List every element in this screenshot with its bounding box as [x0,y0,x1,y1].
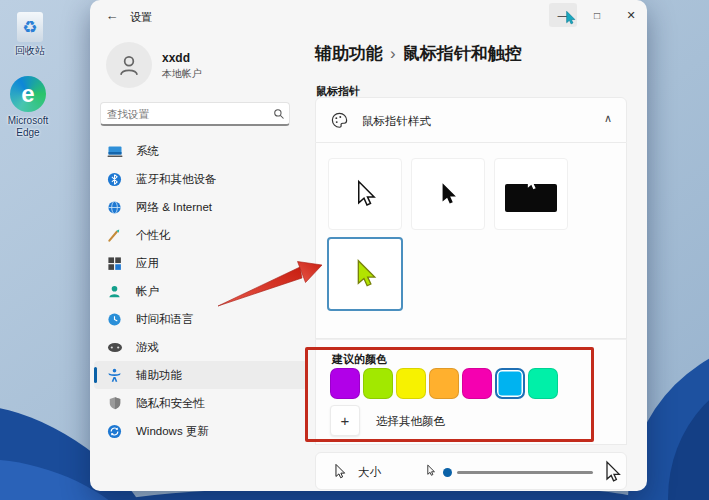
recycle-bin-icon: ♻ [17,12,43,42]
bluetooth-icon [106,171,123,188]
window-title: 设置 [130,10,152,25]
size-slider-thumb[interactable] [443,468,452,477]
user-name: xxdd [162,51,190,65]
network-icon [106,199,123,216]
chevron-up-icon[interactable]: ∧ [604,112,612,125]
page-title: 鼠标指针和触控 [403,44,522,63]
green-cursor-icon [349,258,381,290]
pointer-style-icon [330,111,349,130]
sidebar-item-label: 游戏 [136,340,159,355]
sidebar-item-label: 网络 & Internet [136,200,212,215]
sidebar-item-label: 时间和语言 [136,312,194,327]
breadcrumb: 辅助功能›鼠标指针和触控 [315,42,522,65]
sidebar-item-privacy[interactable]: 隐私和安全性 [94,389,308,417]
pointer-size-card: 大小 [315,452,627,490]
system-icon [106,143,123,160]
sidebar-item-label: 系统 [136,144,159,159]
sidebar-item-label: 辅助功能 [136,368,182,383]
small-cursor-icon [424,464,437,477]
sidebar-item-update[interactable]: Windows 更新 [94,417,308,445]
annotation-red-box [305,347,594,442]
privacy-icon [106,395,123,412]
desktop: ♻ 回收站 e Microsoft Edge ← 设置 — □ ✕ xxdd 本… [0,0,709,500]
update-icon [106,423,123,440]
annotation-red-arrow [216,256,328,310]
sidebar-item-bluetooth[interactable]: 蓝牙和其他设备 [94,165,308,193]
sidebar-item-label: 蓝牙和其他设备 [136,172,217,187]
close-button[interactable]: ✕ [617,3,645,27]
inverted-cursor-icon [505,184,557,212]
edge-icon: e [10,76,46,112]
titlebar: ← 设置 — □ ✕ [90,0,647,34]
pointer-option-white[interactable] [328,158,402,230]
apps-icon [106,255,123,272]
sidebar-item-label: 隐私和安全性 [136,396,205,411]
sidebar-item-label: 帐户 [136,284,159,299]
accounts-icon [106,283,123,300]
accessibility-icon [106,367,123,384]
desktop-icon-microsoft-edge[interactable]: e Microsoft Edge [0,76,63,138]
search-icon [269,108,289,120]
desktop-icon-label: Microsoft Edge [0,115,57,138]
sidebar-item-accessibility[interactable]: 辅助功能 [94,361,308,389]
desktop-icon-recycle-bin[interactable]: ♻ 回收站 [0,12,65,57]
sidebar-item-label: Windows 更新 [136,424,209,439]
person-icon [116,52,142,78]
sidebar-item-label: 个性化 [136,228,171,243]
pointer-style-card[interactable]: 鼠标指针样式 ∧ [315,97,627,143]
sidebar-item-network[interactable]: 网络 & Internet [94,193,308,221]
maximize-button[interactable]: □ [583,3,611,27]
desktop-icon-label: 回收站 [0,45,65,57]
pointer-style-options [315,143,627,339]
breadcrumb-parent[interactable]: 辅助功能 [315,44,383,63]
mouse-cursor-icon [562,10,578,26]
sidebar-item-label: 应用 [136,256,159,271]
pointer-option-inverted[interactable] [494,158,568,230]
avatar[interactable] [106,42,152,88]
time-icon [106,311,123,328]
breadcrumb-separator: › [383,44,403,63]
size-slider-track[interactable] [457,471,593,474]
sidebar-item-system[interactable]: 系统 [94,137,308,165]
cursor-icon [331,463,348,480]
pointer-style-title: 鼠标指针样式 [362,114,431,129]
back-button[interactable]: ← [102,8,122,26]
user-account-type: 本地帐户 [162,67,202,81]
search-input[interactable] [101,108,269,120]
sidebar-item-personalization[interactable]: 个性化 [94,221,308,249]
white-cursor-icon [350,179,380,209]
size-label: 大小 [358,465,381,480]
sidebar-item-gaming[interactable]: 游戏 [94,333,308,361]
pointer-option-black[interactable] [411,158,485,230]
search-box[interactable] [100,102,290,126]
black-cursor-icon [435,181,461,207]
pointer-option-custom-selected[interactable] [327,237,403,311]
personalization-icon [106,227,123,244]
large-cursor-icon [600,460,624,484]
gaming-icon [106,339,123,356]
